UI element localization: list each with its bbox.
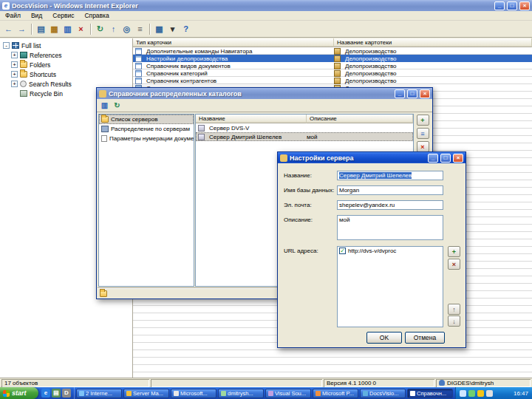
card-list-row[interactable]: Дополнительные команды НавигатораДелопро… [133, 47, 532, 55]
dialog2-icon [280, 154, 287, 162]
card-list-row[interactable]: Справочник видов документовДелопроизводс… [133, 62, 532, 69]
task-button[interactable]: Справочн... [407, 389, 453, 398]
task-button[interactable]: dmitrysh... [218, 389, 264, 398]
dialog1-titlebar[interactable]: Справочник распределенных каталогов _ □ … [97, 88, 432, 99]
description-input[interactable]: мой [337, 215, 443, 240]
folder-icon [101, 116, 109, 123]
show-desktop-icon[interactable]: ▤ [52, 389, 61, 398]
volume-icon[interactable] [486, 390, 493, 397]
tree-expander[interactable]: + [11, 52, 18, 58]
antivirus-icon[interactable] [468, 390, 475, 397]
delete-server-button[interactable]: × [417, 141, 429, 152]
grid-icon [12, 42, 19, 49]
move-up-button[interactable]: ↑ [448, 304, 460, 315]
email-input[interactable]: shepelev@yandex.ru [337, 200, 443, 210]
tree-item[interactable]: -Full list [0, 41, 132, 50]
dialog2-maximize-button[interactable]: □ [440, 154, 451, 163]
minimize-button[interactable]: _ [494, 1, 505, 10]
delete-icon[interactable]: × [75, 23, 87, 35]
dialog2-close-button[interactable]: × [453, 154, 463, 163]
column-header-description[interactable]: Описание [307, 115, 413, 123]
server-name-label: Сервер DVS-V [209, 125, 249, 132]
server-list-row[interactable]: Сервер Дмитрий Шепелевмой [196, 132, 413, 141]
views-icon[interactable]: ▦ [153, 23, 166, 35]
cancel-button[interactable]: Отмена [405, 332, 445, 344]
dialog2-titlebar[interactable]: Настройки сервера _ □ × [278, 152, 466, 163]
card-icon [135, 63, 142, 69]
tree-expander[interactable]: - [3, 42, 10, 49]
maximize-button[interactable]: □ [507, 1, 517, 10]
forward-icon[interactable]: → [16, 23, 28, 35]
dialog1-minimize-button[interactable]: _ [395, 89, 405, 98]
column-header-card-type[interactable]: Тип карточки [133, 38, 334, 47]
properties-icon[interactable]: ≡ [134, 23, 146, 35]
task-button[interactable]: DocsVisio... [360, 389, 406, 398]
tree-item[interactable]: +Folders [0, 60, 132, 69]
dialog1-maximize-button[interactable]: □ [407, 89, 417, 98]
dialog1-tree-item[interactable]: Список серверов [99, 115, 194, 124]
up-icon[interactable]: ↑ [107, 23, 120, 35]
add-server-button[interactable]: + [417, 115, 429, 126]
tree-expander[interactable]: + [11, 61, 18, 68]
card-library-cell: Делопроизводство [334, 70, 532, 77]
card-library-label: Делопроизводство [345, 63, 397, 69]
new-card-icon[interactable]: ▤ [35, 23, 47, 35]
menu-item-3[interactable]: Сервис [47, 11, 79, 20]
card-list-row[interactable]: Настройки делопроизводстваДелопроизводст… [133, 55, 532, 62]
task-button[interactable]: Server Ma... [123, 389, 169, 398]
card-list-row[interactable]: Справочник контрагентовДелопроизводство [133, 77, 532, 84]
refresh-icon[interactable]: ↻ [94, 23, 106, 35]
dialog1-tree-item[interactable]: Параметры нумерации документов [99, 134, 194, 143]
task-button[interactable]: Microsoft... [171, 389, 216, 398]
view-dropdown-icon[interactable]: ▾ [166, 23, 179, 35]
column-header-name[interactable]: Название [196, 115, 307, 123]
cabinet-icon [334, 78, 341, 84]
delete-url-button[interactable]: × [448, 259, 460, 270]
menu-item-2[interactable]: Вид [26, 11, 47, 20]
dialog2-minimize-button[interactable]: _ [428, 154, 438, 163]
search-icon[interactable]: ◎ [120, 23, 133, 35]
tree-expander[interactable]: + [11, 71, 18, 78]
server-name-cell: Сервер DVS-V [196, 125, 307, 132]
url-list-item[interactable]: ✓http://dvs-v/dvproc [338, 247, 443, 255]
add-url-button[interactable]: + [448, 246, 460, 257]
task-button[interactable]: 2 Interne... [76, 389, 122, 398]
database-input[interactable]: Morgan [337, 185, 443, 195]
tree-item[interactable]: +Shortcuts [0, 69, 132, 79]
network-icon[interactable] [460, 390, 466, 397]
dialog1-tree-item-label: Список серверов [111, 116, 158, 123]
card-list-row[interactable]: Справочник категорийДелопроизводство [133, 69, 532, 77]
menu-item-4[interactable]: Справка [79, 11, 114, 20]
server-list-row[interactable]: Сервер DVS-V [196, 123, 413, 132]
start-button[interactable]: start [0, 387, 38, 399]
menu-item-1[interactable]: Файл [0, 11, 26, 20]
docsvision-icon[interactable]: D [62, 389, 71, 398]
move-down-button[interactable]: ↓ [448, 316, 460, 327]
tree-expander[interactable]: + [11, 81, 18, 87]
open-card-icon[interactable]: ▦ [48, 23, 61, 35]
update-icon[interactable] [477, 390, 484, 397]
refresh-icon[interactable]: ↻ [112, 100, 123, 111]
task-button[interactable]: Visual Sou... [265, 389, 311, 398]
task-button[interactable]: Microsoft P... [313, 389, 358, 398]
url-list[interactable]: ✓http://dvs-v/dvproc [337, 246, 443, 327]
search-icon [20, 81, 27, 87]
save-icon[interactable]: ▥ [99, 100, 110, 111]
dialog1-close-button[interactable]: × [420, 89, 430, 98]
back-icon[interactable]: ← [2, 23, 15, 35]
close-button[interactable]: × [519, 1, 530, 10]
main-titlebar[interactable]: e DocsVision - Windows Internet Explorer… [0, 0, 532, 11]
name-input[interactable]: Сервер Дмитрий Шепелев [337, 171, 443, 180]
task-icon [174, 391, 179, 396]
edit-server-button[interactable]: ≡ [417, 128, 429, 139]
save-icon[interactable]: ▥ [61, 23, 74, 35]
ie-icon[interactable]: e [41, 389, 50, 398]
card-library-cell: Делопроизводство [334, 63, 532, 69]
help-icon[interactable]: ? [180, 23, 192, 35]
ok-button[interactable]: OK [366, 332, 402, 344]
url-checkbox[interactable]: ✓ [339, 248, 346, 254]
tree-item[interactable]: +References [0, 50, 132, 60]
cabinet-icon [334, 48, 341, 55]
column-header-card-library[interactable]: Название картотеки [334, 38, 532, 47]
dialog1-tree-item[interactable]: Распределение по серверам [99, 124, 194, 134]
